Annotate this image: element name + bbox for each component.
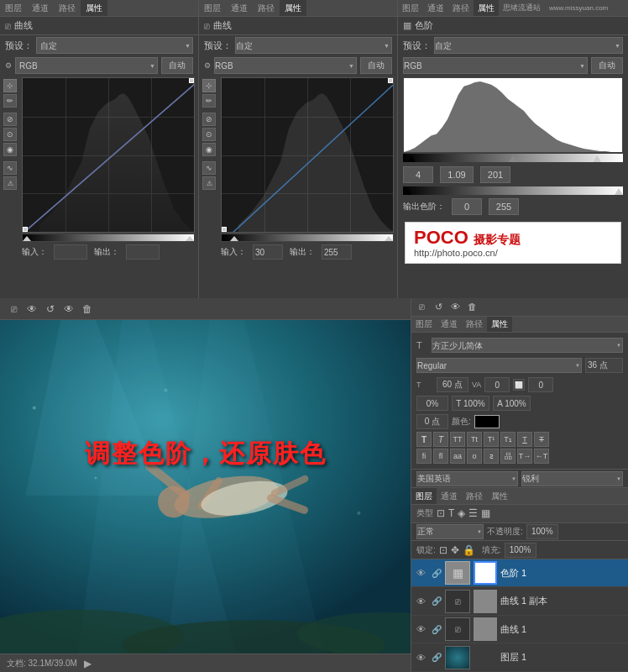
levels-auto-btn[interactable]: 自动: [591, 57, 623, 74]
fmt-T-strike[interactable]: T: [534, 432, 549, 447]
lock-icon-3[interactable]: 🔒: [463, 544, 475, 556]
language-select[interactable]: 美国英语: [416, 471, 518, 486]
curves1-channel-select[interactable]: RGB: [15, 57, 158, 74]
curves2-preset-select[interactable]: 自定: [235, 37, 392, 54]
kind-icon-1[interactable]: ⊡: [437, 507, 445, 519]
tab-properties-1[interactable]: 属性: [81, 0, 107, 16]
curves2-auto-btn[interactable]: 自动: [360, 57, 392, 74]
curves2-canvas[interactable]: [221, 77, 394, 233]
canvas-image[interactable]: 调整色阶，还原肤色: [0, 320, 411, 654]
font-a100[interactable]: [493, 396, 531, 411]
levels-mid-input[interactable]: [440, 166, 474, 183]
levels-out-black-input[interactable]: [452, 198, 482, 215]
tab-channels-2[interactable]: 通道: [226, 0, 253, 16]
fmt-T-super[interactable]: T¹: [484, 432, 499, 447]
curves2-output-value[interactable]: [322, 244, 352, 260]
blend-mode-select[interactable]: 正常: [416, 524, 484, 539]
font-size-input[interactable]: [585, 358, 623, 373]
levels-mid-point[interactable]: [509, 155, 517, 162]
tool-ey-2a[interactable]: ⊘: [202, 113, 216, 126]
levels-channel-select[interactable]: RGB: [403, 57, 588, 74]
tool-select-1[interactable]: ⊹: [3, 79, 17, 92]
lock-icon-2[interactable]: ✥: [451, 544, 459, 556]
ls-tab-layers[interactable]: 图层: [411, 488, 437, 504]
tab-paths-lv[interactable]: 路径: [448, 0, 474, 16]
tool-smooth-2[interactable]: ∿: [202, 161, 216, 175]
toolbar-eye-icon[interactable]: 👁: [25, 302, 39, 316]
rp-icon-4[interactable]: 🗑: [465, 300, 479, 313]
fmt-r[interactable]: ꙅ: [484, 449, 499, 464]
toolbar-layers-icon[interactable]: ⎚: [7, 302, 20, 316]
font-color-swatch[interactable]: [474, 415, 500, 428]
fmt-T-bold[interactable]: T: [416, 432, 432, 447]
tool-pen-1[interactable]: ✏: [3, 94, 17, 108]
curves1-canvas[interactable]: [22, 77, 195, 233]
font-t-bottom[interactable]: [416, 414, 448, 429]
curves1-output-value[interactable]: [126, 244, 160, 260]
layer-mask-1[interactable]: [474, 561, 497, 585]
layer-row-levels[interactable]: 👁 🔗 ▦ 色阶 1: [411, 559, 628, 588]
font-t100[interactable]: [452, 396, 489, 411]
tab-paths-1[interactable]: 路径: [54, 0, 81, 16]
kind-icon-3[interactable]: ◈: [458, 507, 465, 519]
toolbar-eye2-icon[interactable]: 👁: [62, 302, 76, 316]
layer-link-icon-1[interactable]: 🔗: [432, 569, 442, 578]
font-style-select[interactable]: Regular: [416, 358, 582, 373]
font-val2[interactable]: [528, 377, 553, 392]
sharp-select[interactable]: 锐利: [521, 471, 623, 486]
fmt-f[interactable]: fi: [416, 449, 432, 464]
tab-layers-lv[interactable]: 图层: [398, 0, 423, 16]
font-pt1[interactable]: [437, 377, 468, 392]
layer-mask-3[interactable]: [474, 617, 497, 641]
tab-layers-1[interactable]: 图层: [0, 0, 27, 16]
font-va[interactable]: [484, 377, 510, 392]
layer-link-icon-2[interactable]: 🔗: [432, 596, 442, 606]
font-family-select[interactable]: 方正少儿简体: [432, 338, 623, 353]
rp-icon-1[interactable]: ⎚: [415, 300, 428, 313]
fmt-T-sub[interactable]: T₁: [500, 432, 515, 447]
curves1-auto-btn[interactable]: 自动: [161, 57, 193, 74]
rp-icon-3[interactable]: 👁: [448, 300, 462, 313]
tool-ey-2b[interactable]: ⊙: [202, 128, 216, 141]
tool-smooth-1[interactable]: ∿: [3, 161, 17, 175]
tab-channels-1[interactable]: 通道: [27, 0, 54, 16]
kind-icon-5[interactable]: ▦: [481, 507, 490, 519]
fill-input[interactable]: [505, 543, 536, 558]
fmt-lang[interactable]: 品: [500, 449, 515, 464]
fmt-T-small-cap[interactable]: Tt: [467, 432, 482, 447]
curves1-preset-select[interactable]: 自定: [36, 37, 193, 54]
ls-tab-paths[interactable]: 路径: [462, 488, 487, 504]
layer-row-curves-copy[interactable]: 👁 🔗 ⎚ 曲线 1 副本: [411, 587, 628, 616]
kind-icon-2[interactable]: T: [448, 507, 454, 519]
fmt-T-upper[interactable]: TT: [450, 432, 465, 447]
tab-properties-lv[interactable]: 属性: [474, 0, 499, 16]
tool-ey-2c[interactable]: ◉: [202, 143, 216, 156]
layer-link-icon-3[interactable]: 🔗: [432, 625, 442, 634]
fmt-aa[interactable]: aa: [450, 449, 465, 464]
layer-eye-icon-2[interactable]: 👁: [416, 596, 428, 606]
tool-warning-1[interactable]: ⚠: [3, 176, 17, 190]
layer-eye-icon-1[interactable]: 👁: [416, 568, 428, 578]
fmt-T-italic[interactable]: T: [433, 432, 448, 447]
layer-eye-icon-3[interactable]: 👁: [416, 624, 428, 634]
tool-eyedrop-1c[interactable]: ◉: [3, 143, 17, 156]
fmt-T-rtl[interactable]: T→: [517, 449, 532, 464]
fmt-o[interactable]: o: [467, 449, 482, 464]
toolbar-undo-icon[interactable]: ↺: [44, 302, 57, 316]
right-tab-properties[interactable]: 属性: [487, 317, 512, 333]
tab-missyuan[interactable]: 思绪流通站: [499, 0, 545, 16]
levels-white-input[interactable]: [480, 166, 510, 183]
layer-link-icon-4[interactable]: 🔗: [432, 653, 442, 662]
levels-white-point[interactable]: [593, 155, 601, 162]
tool-eyedrop-1b[interactable]: ⊙: [3, 128, 17, 141]
layer-eye-icon-4[interactable]: 👁: [416, 653, 428, 663]
tab-url[interactable]: www.missyuan.com: [545, 0, 612, 16]
arrow-icon[interactable]: ▶: [84, 658, 92, 669]
curves2-input-value[interactable]: [253, 244, 283, 260]
tab-paths-2[interactable]: 路径: [253, 0, 280, 16]
font-scale-h[interactable]: [416, 396, 448, 411]
layer-row-curves[interactable]: 👁 🔗 ⎚ 曲线 1: [411, 616, 628, 644]
fmt-T-under[interactable]: T: [517, 432, 532, 447]
layer-mask-2[interactable]: [474, 590, 497, 613]
tool-pen-2[interactable]: ✏: [202, 94, 216, 108]
